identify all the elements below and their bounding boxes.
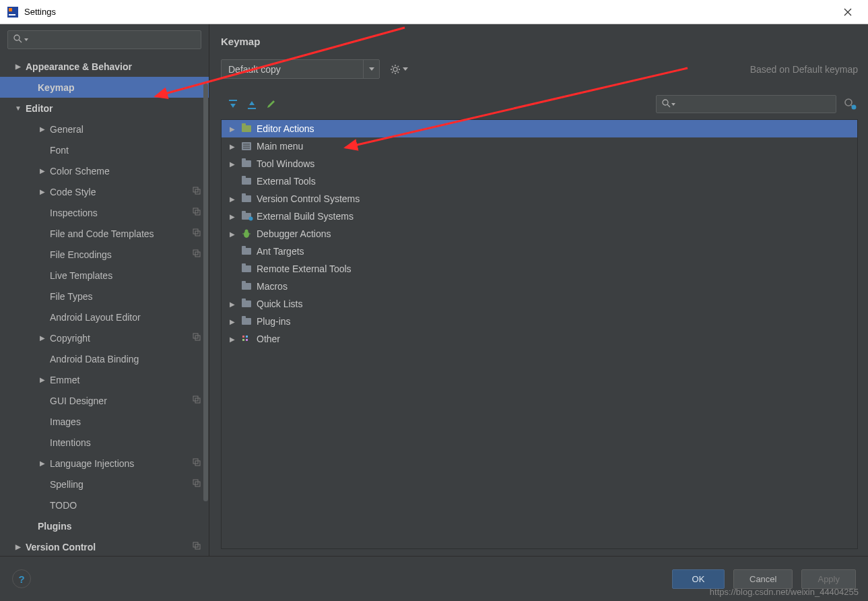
sidebar-item-label: Emmet <box>50 375 79 385</box>
svg-rect-50 <box>242 336 244 338</box>
action-node-external-tools[interactable]: ▶External Tools <box>222 172 857 190</box>
sidebar-item-file-and-code-templates[interactable]: File and Code Templates <box>0 223 209 244</box>
sidebar-item-emmet[interactable]: ▶Emmet <box>0 369 209 390</box>
search-icon <box>662 99 671 110</box>
action-node-plug-ins[interactable]: ▶Plug-ins <box>222 313 857 330</box>
sidebar-item-label: Copyright <box>50 333 90 344</box>
app-icon <box>7 6 19 18</box>
sidebar-item-label: Appearance & Behavior <box>26 61 132 72</box>
svg-point-36 <box>663 100 668 105</box>
action-node-quick-lists[interactable]: ▶Quick Lists <box>222 295 857 313</box>
sidebar-item-live-templates[interactable]: Live Templates <box>0 265 209 286</box>
action-node-external-build-systems[interactable]: ▶External Build Systems <box>222 208 857 225</box>
sidebar-item-file-encodings[interactable]: File Encodings <box>0 244 209 265</box>
keymap-settings-gear[interactable] <box>390 64 408 75</box>
svg-line-31 <box>398 66 399 67</box>
folder-open-icon <box>240 123 253 134</box>
action-node-other[interactable]: ▶Other <box>222 330 857 348</box>
svg-marker-35 <box>249 101 255 105</box>
apply-button[interactable]: Apply <box>801 569 856 589</box>
sidebar-item-label: Keymap <box>38 82 74 93</box>
action-node-ant-targets[interactable]: ▶Ant Targets <box>222 243 857 260</box>
cancel-button[interactable]: Cancel <box>733 569 793 589</box>
action-label: Ant Targets <box>257 246 304 257</box>
sidebar-item-images[interactable]: Images <box>0 411 209 432</box>
svg-point-3 <box>14 35 20 40</box>
edit-shortcut-button[interactable] <box>261 96 280 113</box>
sidebar-item-intentions[interactable]: Intentions <box>0 432 209 453</box>
sidebar-search-input[interactable] <box>7 30 201 49</box>
titlebar: Settings <box>0 0 868 24</box>
copy-scope-icon <box>193 458 201 468</box>
sidebar-item-label: Editor <box>26 103 53 114</box>
sidebar-item-keymap[interactable]: Keymap <box>0 77 209 98</box>
sidebar-item-file-types[interactable]: File Types <box>0 286 209 307</box>
pencil-icon <box>266 99 276 109</box>
sidebar-item-code-style[interactable]: ▶Code Style <box>0 181 209 202</box>
copy-scope-icon <box>193 542 201 552</box>
action-node-remote-external-tools[interactable]: ▶Remote External Tools <box>222 260 857 278</box>
expand-arrow-icon: ▶ <box>228 195 236 203</box>
collapse-all-icon <box>246 99 257 110</box>
svg-rect-51 <box>246 336 248 338</box>
sidebar-item-copyright[interactable]: ▶Copyright <box>0 327 209 348</box>
expand-arrow-icon: ▶ <box>39 460 46 467</box>
ok-button[interactable]: OK <box>672 569 725 589</box>
svg-point-45 <box>249 217 253 221</box>
action-node-macros[interactable]: ▶Macros <box>222 278 857 295</box>
find-by-shortcut-button[interactable] <box>843 97 858 112</box>
action-label: Other <box>257 334 280 344</box>
help-button[interactable]: ? <box>12 569 31 588</box>
copy-scope-icon <box>193 208 201 218</box>
expand-arrow-icon: ▼ <box>15 104 22 112</box>
svg-rect-1 <box>9 8 12 11</box>
sidebar-item-todo[interactable]: TODO <box>0 495 209 515</box>
sidebar-item-label: Android Data Binding <box>50 354 139 365</box>
expand-arrow-icon: ▶ <box>39 334 46 342</box>
action-label: Main menu <box>257 141 303 152</box>
action-node-version-control-systems[interactable]: ▶Version Control Systems <box>222 190 857 208</box>
copy-scope-icon <box>193 396 201 406</box>
sidebar-item-font[interactable]: Font <box>0 139 209 160</box>
action-node-main-menu[interactable]: ▶Main menu <box>222 137 857 155</box>
sidebar-item-general[interactable]: ▶General <box>0 119 209 139</box>
svg-rect-2 <box>9 14 15 15</box>
action-node-tool-windows[interactable]: ▶Tool Windows <box>222 155 857 172</box>
sidebar-item-color-scheme[interactable]: ▶Color Scheme <box>0 160 209 181</box>
action-search-input[interactable] <box>656 95 836 113</box>
keymap-panel: Keymap Default copy Based on Default key… <box>209 24 868 556</box>
based-on-label: Based on Default keymap <box>750 64 858 75</box>
sidebar-item-android-layout-editor[interactable]: Android Layout Editor <box>0 307 209 327</box>
window-close-button[interactable] <box>834 2 861 22</box>
keymap-scheme-combo[interactable]: Default copy <box>221 59 380 79</box>
sidebar-item-version-control[interactable]: ▶Version Control <box>0 536 209 556</box>
sidebar-item-label: Live Templates <box>50 270 112 281</box>
sidebar-item-plugins[interactable]: Plugins <box>0 515 209 536</box>
sidebar-item-label: Plugins <box>38 521 72 532</box>
expand-arrow-icon: ▶ <box>15 63 22 70</box>
sidebar-item-label: Font <box>50 145 69 156</box>
collapse-all-button[interactable] <box>242 96 261 113</box>
expand-arrow-icon: ▶ <box>228 318 236 325</box>
svg-point-38 <box>845 99 852 106</box>
sidebar-item-spelling[interactable]: Spelling <box>0 474 209 495</box>
action-label: Remote External Tools <box>257 263 352 274</box>
sidebar-item-appearance-behavior[interactable]: ▶Appearance & Behavior <box>0 56 209 77</box>
action-node-editor-actions[interactable]: ▶Editor Actions <box>222 120 857 137</box>
combo-dropdown-button[interactable] <box>363 60 379 78</box>
sidebar-item-editor[interactable]: ▼Editor <box>0 98 209 119</box>
expand-all-button[interactable] <box>224 96 242 113</box>
window-title: Settings <box>24 7 834 17</box>
sidebar-scrollbar[interactable] <box>203 84 208 501</box>
sidebar-item-gui-designer[interactable]: GUI Designer <box>0 390 209 411</box>
dialog-button-bar: ? OK Cancel Apply https://blog.csdn.net/… <box>0 556 868 601</box>
folder-icon <box>240 298 253 309</box>
ant-icon <box>240 246 253 257</box>
sidebar-item-inspections[interactable]: Inspections <box>0 202 209 223</box>
sidebar-item-label: Inspections <box>50 208 98 218</box>
keymap-scheme-value: Default copy <box>222 60 363 78</box>
folder-icon <box>240 193 253 204</box>
action-node-debugger-actions[interactable]: ▶Debugger Actions <box>222 225 857 243</box>
sidebar-item-android-data-binding[interactable]: Android Data Binding <box>0 348 209 369</box>
sidebar-item-language-injections[interactable]: ▶Language Injections <box>0 453 209 474</box>
